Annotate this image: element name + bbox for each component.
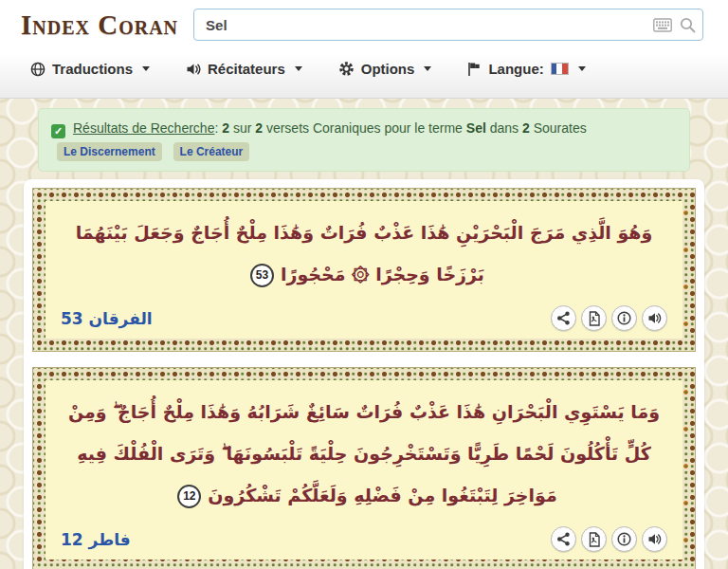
nav-langue-label: Langue: [488,61,543,77]
keyboard-icon[interactable] [653,18,672,32]
french-flag-icon [551,63,569,75]
info-icon [617,311,631,325]
speaker-icon [186,62,201,77]
nav-recitateurs-label: Récitateurs [208,61,285,77]
audio-icon [647,311,662,325]
header: Index Coran [0,0,728,99]
nav-langue[interactable]: Langue: [467,61,585,77]
search-icon[interactable] [680,17,696,33]
share-button[interactable] [551,526,576,552]
results-title-link[interactable]: Résultats de Recherche [73,120,214,136]
pdf-icon [588,311,601,326]
flag-icon [467,62,482,77]
audio-icon [647,532,662,546]
share-button[interactable] [551,305,576,331]
nav-recitateurs[interactable]: Récitateurs [186,61,302,77]
verse-card: وَمَا يَسْتَوِي الْبَحْرَانِ هَٰذَا عَذْ… [32,367,696,569]
share-icon [556,532,571,546]
chevron-down-icon [424,66,431,71]
gear-icon [338,61,355,77]
audio-button[interactable] [642,305,667,331]
verse-arabic-text: وَمَا يَسْتَوِي الْبَحْرَانِ هَٰذَا عَذْ… [61,392,667,516]
nav-traductions-label: Traductions [52,61,133,77]
verses-container: وَهُوَ الَّذِي مَرَجَ الْبَحْرَيْنِ هَٰذ… [24,179,704,569]
audio-button[interactable] [642,526,667,552]
surah-reference-link[interactable]: فاطر 12 [61,530,131,549]
search-results-banner: ✓Résultats de Recherche: 2 sur 2 versets… [38,108,690,172]
info-icon [617,532,631,546]
pdf-icon [588,532,601,547]
chevron-down-icon [142,66,150,71]
share-icon [556,311,571,325]
search-input[interactable] [193,9,703,41]
surah-reference-link[interactable]: الفرقان 53 [61,309,153,328]
results-total: 2 [255,120,263,136]
pdf-button[interactable] [581,526,607,552]
chevron-down-icon [295,66,302,71]
app-logo[interactable]: Index Coran [21,9,178,41]
pdf-button[interactable] [581,305,607,331]
verse-number-badge: 53 [250,264,274,287]
search-bar [193,9,703,41]
info-button[interactable] [611,526,637,552]
sourates-count: 2 [522,120,530,136]
globe-icon [30,62,46,77]
verse-arabic-text: وَهُوَ الَّذِي مَرَجَ الْبَحْرَيْنِ هَٰذ… [61,212,667,295]
main-nav: Traductions Récitateurs Options [0,41,728,77]
verse-number-badge: 12 [177,485,201,508]
surah-badge-le-discernement[interactable]: Le Discernement [57,142,162,162]
nav-options[interactable]: Options [338,61,432,77]
nav-traductions[interactable]: Traductions [30,61,150,77]
search-term: Sel [466,120,486,136]
chevron-down-icon [578,66,586,71]
info-button[interactable] [611,305,637,331]
surah-badge-le-createur[interactable]: Le Créateur [173,142,250,162]
checkbox-checked-icon[interactable]: ✓ [51,124,65,138]
nav-options-label: Options [361,61,415,77]
results-count: 2 [222,120,229,136]
verse-card: وَهُوَ الَّذِي مَرَجَ الْبَحْرَيْنِ هَٰذ… [32,188,696,352]
